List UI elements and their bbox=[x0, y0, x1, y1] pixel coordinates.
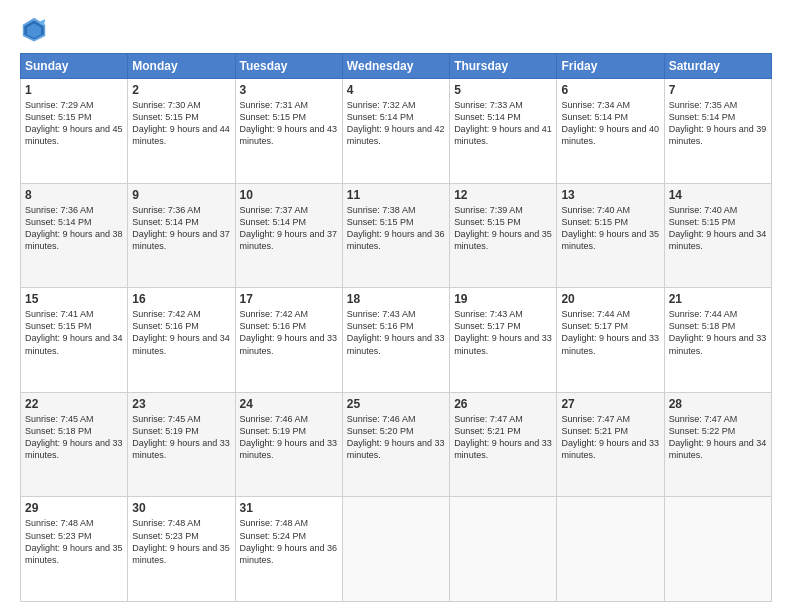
cell-info: Sunrise: 7:33 AMSunset: 5:14 PMDaylight:… bbox=[454, 100, 552, 146]
day-number: 2 bbox=[132, 83, 230, 97]
cell-info: Sunrise: 7:44 AMSunset: 5:18 PMDaylight:… bbox=[669, 309, 767, 355]
day-number: 3 bbox=[240, 83, 338, 97]
calendar-cell: 17Sunrise: 7:42 AMSunset: 5:16 PMDayligh… bbox=[235, 288, 342, 393]
calendar-week-2: 8Sunrise: 7:36 AMSunset: 5:14 PMDaylight… bbox=[21, 183, 772, 288]
calendar-cell: 22Sunrise: 7:45 AMSunset: 5:18 PMDayligh… bbox=[21, 392, 128, 497]
day-number: 7 bbox=[669, 83, 767, 97]
day-number: 22 bbox=[25, 397, 123, 411]
header bbox=[20, 15, 772, 43]
cell-info: Sunrise: 7:38 AMSunset: 5:15 PMDaylight:… bbox=[347, 205, 445, 251]
calendar-cell: 5Sunrise: 7:33 AMSunset: 5:14 PMDaylight… bbox=[450, 79, 557, 184]
calendar-cell: 25Sunrise: 7:46 AMSunset: 5:20 PMDayligh… bbox=[342, 392, 449, 497]
day-number: 11 bbox=[347, 188, 445, 202]
weekday-sunday: Sunday bbox=[21, 54, 128, 79]
cell-info: Sunrise: 7:39 AMSunset: 5:15 PMDaylight:… bbox=[454, 205, 552, 251]
cell-info: Sunrise: 7:35 AMSunset: 5:14 PMDaylight:… bbox=[669, 100, 767, 146]
cell-info: Sunrise: 7:45 AMSunset: 5:18 PMDaylight:… bbox=[25, 414, 123, 460]
day-number: 14 bbox=[669, 188, 767, 202]
day-number: 12 bbox=[454, 188, 552, 202]
calendar-cell: 13Sunrise: 7:40 AMSunset: 5:15 PMDayligh… bbox=[557, 183, 664, 288]
cell-info: Sunrise: 7:42 AMSunset: 5:16 PMDaylight:… bbox=[240, 309, 338, 355]
cell-info: Sunrise: 7:47 AMSunset: 5:22 PMDaylight:… bbox=[669, 414, 767, 460]
calendar-cell: 3Sunrise: 7:31 AMSunset: 5:15 PMDaylight… bbox=[235, 79, 342, 184]
cell-info: Sunrise: 7:46 AMSunset: 5:20 PMDaylight:… bbox=[347, 414, 445, 460]
logo-icon bbox=[20, 15, 48, 43]
calendar-week-5: 29Sunrise: 7:48 AMSunset: 5:23 PMDayligh… bbox=[21, 497, 772, 602]
day-number: 18 bbox=[347, 292, 445, 306]
weekday-friday: Friday bbox=[557, 54, 664, 79]
calendar-cell: 15Sunrise: 7:41 AMSunset: 5:15 PMDayligh… bbox=[21, 288, 128, 393]
calendar-cell: 7Sunrise: 7:35 AMSunset: 5:14 PMDaylight… bbox=[664, 79, 771, 184]
calendar-cell: 9Sunrise: 7:36 AMSunset: 5:14 PMDaylight… bbox=[128, 183, 235, 288]
day-number: 30 bbox=[132, 501, 230, 515]
cell-info: Sunrise: 7:32 AMSunset: 5:14 PMDaylight:… bbox=[347, 100, 445, 146]
day-number: 15 bbox=[25, 292, 123, 306]
cell-info: Sunrise: 7:41 AMSunset: 5:15 PMDaylight:… bbox=[25, 309, 123, 355]
calendar-cell bbox=[664, 497, 771, 602]
calendar-cell: 1Sunrise: 7:29 AMSunset: 5:15 PMDaylight… bbox=[21, 79, 128, 184]
day-number: 23 bbox=[132, 397, 230, 411]
cell-info: Sunrise: 7:29 AMSunset: 5:15 PMDaylight:… bbox=[25, 100, 123, 146]
calendar-cell: 8Sunrise: 7:36 AMSunset: 5:14 PMDaylight… bbox=[21, 183, 128, 288]
cell-info: Sunrise: 7:37 AMSunset: 5:14 PMDaylight:… bbox=[240, 205, 338, 251]
cell-info: Sunrise: 7:47 AMSunset: 5:21 PMDaylight:… bbox=[454, 414, 552, 460]
calendar-cell: 11Sunrise: 7:38 AMSunset: 5:15 PMDayligh… bbox=[342, 183, 449, 288]
calendar-cell: 23Sunrise: 7:45 AMSunset: 5:19 PMDayligh… bbox=[128, 392, 235, 497]
calendar-cell: 29Sunrise: 7:48 AMSunset: 5:23 PMDayligh… bbox=[21, 497, 128, 602]
calendar-cell: 2Sunrise: 7:30 AMSunset: 5:15 PMDaylight… bbox=[128, 79, 235, 184]
calendar-cell: 4Sunrise: 7:32 AMSunset: 5:14 PMDaylight… bbox=[342, 79, 449, 184]
calendar-cell: 10Sunrise: 7:37 AMSunset: 5:14 PMDayligh… bbox=[235, 183, 342, 288]
cell-info: Sunrise: 7:47 AMSunset: 5:21 PMDaylight:… bbox=[561, 414, 659, 460]
weekday-saturday: Saturday bbox=[664, 54, 771, 79]
cell-info: Sunrise: 7:42 AMSunset: 5:16 PMDaylight:… bbox=[132, 309, 230, 355]
day-number: 13 bbox=[561, 188, 659, 202]
cell-info: Sunrise: 7:48 AMSunset: 5:23 PMDaylight:… bbox=[25, 518, 123, 564]
day-number: 27 bbox=[561, 397, 659, 411]
day-number: 10 bbox=[240, 188, 338, 202]
day-number: 31 bbox=[240, 501, 338, 515]
cell-info: Sunrise: 7:46 AMSunset: 5:19 PMDaylight:… bbox=[240, 414, 338, 460]
weekday-wednesday: Wednesday bbox=[342, 54, 449, 79]
day-number: 9 bbox=[132, 188, 230, 202]
day-number: 19 bbox=[454, 292, 552, 306]
cell-info: Sunrise: 7:40 AMSunset: 5:15 PMDaylight:… bbox=[669, 205, 767, 251]
cell-info: Sunrise: 7:36 AMSunset: 5:14 PMDaylight:… bbox=[132, 205, 230, 251]
day-number: 1 bbox=[25, 83, 123, 97]
calendar-cell: 20Sunrise: 7:44 AMSunset: 5:17 PMDayligh… bbox=[557, 288, 664, 393]
day-number: 21 bbox=[669, 292, 767, 306]
calendar-cell: 18Sunrise: 7:43 AMSunset: 5:16 PMDayligh… bbox=[342, 288, 449, 393]
day-number: 4 bbox=[347, 83, 445, 97]
calendar-cell: 6Sunrise: 7:34 AMSunset: 5:14 PMDaylight… bbox=[557, 79, 664, 184]
logo bbox=[20, 15, 52, 43]
calendar-cell: 19Sunrise: 7:43 AMSunset: 5:17 PMDayligh… bbox=[450, 288, 557, 393]
day-number: 26 bbox=[454, 397, 552, 411]
weekday-monday: Monday bbox=[128, 54, 235, 79]
day-number: 16 bbox=[132, 292, 230, 306]
calendar-cell: 16Sunrise: 7:42 AMSunset: 5:16 PMDayligh… bbox=[128, 288, 235, 393]
cell-info: Sunrise: 7:48 AMSunset: 5:23 PMDaylight:… bbox=[132, 518, 230, 564]
calendar-cell: 14Sunrise: 7:40 AMSunset: 5:15 PMDayligh… bbox=[664, 183, 771, 288]
cell-info: Sunrise: 7:48 AMSunset: 5:24 PMDaylight:… bbox=[240, 518, 338, 564]
calendar-cell bbox=[557, 497, 664, 602]
calendar-cell: 30Sunrise: 7:48 AMSunset: 5:23 PMDayligh… bbox=[128, 497, 235, 602]
weekday-header-row: SundayMondayTuesdayWednesdayThursdayFrid… bbox=[21, 54, 772, 79]
calendar-week-1: 1Sunrise: 7:29 AMSunset: 5:15 PMDaylight… bbox=[21, 79, 772, 184]
calendar-week-4: 22Sunrise: 7:45 AMSunset: 5:18 PMDayligh… bbox=[21, 392, 772, 497]
cell-info: Sunrise: 7:30 AMSunset: 5:15 PMDaylight:… bbox=[132, 100, 230, 146]
day-number: 25 bbox=[347, 397, 445, 411]
day-number: 5 bbox=[454, 83, 552, 97]
cell-info: Sunrise: 7:43 AMSunset: 5:16 PMDaylight:… bbox=[347, 309, 445, 355]
calendar-cell: 27Sunrise: 7:47 AMSunset: 5:21 PMDayligh… bbox=[557, 392, 664, 497]
day-number: 29 bbox=[25, 501, 123, 515]
day-number: 24 bbox=[240, 397, 338, 411]
day-number: 17 bbox=[240, 292, 338, 306]
calendar-cell: 28Sunrise: 7:47 AMSunset: 5:22 PMDayligh… bbox=[664, 392, 771, 497]
calendar-week-3: 15Sunrise: 7:41 AMSunset: 5:15 PMDayligh… bbox=[21, 288, 772, 393]
cell-info: Sunrise: 7:45 AMSunset: 5:19 PMDaylight:… bbox=[132, 414, 230, 460]
cell-info: Sunrise: 7:34 AMSunset: 5:14 PMDaylight:… bbox=[561, 100, 659, 146]
cell-info: Sunrise: 7:36 AMSunset: 5:14 PMDaylight:… bbox=[25, 205, 123, 251]
calendar-cell: 31Sunrise: 7:48 AMSunset: 5:24 PMDayligh… bbox=[235, 497, 342, 602]
calendar-cell bbox=[342, 497, 449, 602]
cell-info: Sunrise: 7:40 AMSunset: 5:15 PMDaylight:… bbox=[561, 205, 659, 251]
calendar-cell: 26Sunrise: 7:47 AMSunset: 5:21 PMDayligh… bbox=[450, 392, 557, 497]
